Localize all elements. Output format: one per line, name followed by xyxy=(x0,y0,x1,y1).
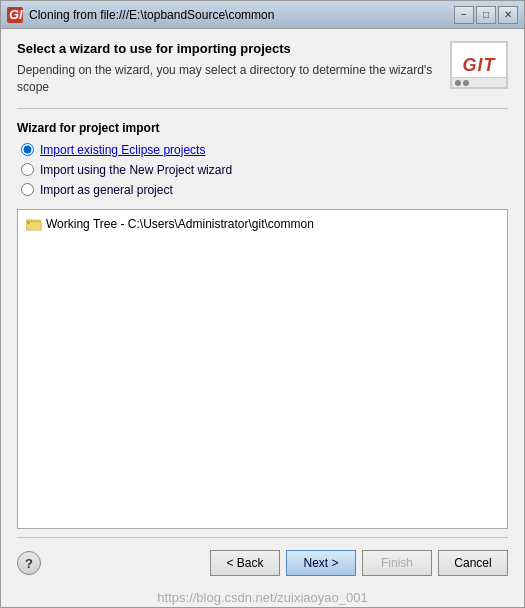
next-button[interactable]: Next > xyxy=(286,550,356,576)
minimize-button[interactable]: − xyxy=(454,6,474,24)
wizard-label: Wizard for project import xyxy=(17,121,508,135)
radio-item-2[interactable]: Import using the New Project wizard xyxy=(21,163,508,177)
footer-divider xyxy=(17,537,508,538)
window-title: Cloning from file:///E:\topbandSource\co… xyxy=(29,8,454,22)
wizard-section: Wizard for project import Import existin… xyxy=(17,121,508,197)
header-divider xyxy=(17,108,508,109)
svg-rect-3 xyxy=(26,220,32,222)
cancel-button[interactable]: Cancel xyxy=(438,550,508,576)
radio-label-3: Import as general project xyxy=(40,183,173,197)
back-button[interactable]: < Back xyxy=(210,550,280,576)
button-group: < Back Next > Finish Cancel xyxy=(210,550,508,576)
radio-input-3[interactable] xyxy=(21,183,34,196)
git-logo: GIT xyxy=(450,41,508,89)
radio-group: Import existing Eclipse projects Import … xyxy=(17,143,508,197)
watermark: https://blog.csdn.net/zuixiaoyao_001 xyxy=(1,588,524,607)
radio-item-3[interactable]: Import as general project xyxy=(21,183,508,197)
header-section: Select a wizard to use for importing pro… xyxy=(17,41,508,96)
title-bar: GIT Cloning from file:///E:\topbandSourc… xyxy=(1,1,524,29)
radio-item-1[interactable]: Import existing Eclipse projects xyxy=(21,143,508,157)
git-logo-dot-1 xyxy=(455,80,461,86)
tree-item[interactable]: Working Tree - C:\Users\Administrator\gi… xyxy=(22,214,503,234)
finish-button[interactable]: Finish xyxy=(362,550,432,576)
folder-icon xyxy=(26,217,42,231)
watermark-text: https://blog.csdn.net/zuixiaoyao_001 xyxy=(157,590,367,605)
header-text: Select a wizard to use for importing pro… xyxy=(17,41,440,96)
window-icon: GIT xyxy=(7,7,23,23)
git-logo-bar xyxy=(452,77,506,87)
footer-area: ? < Back Next > Finish Cancel xyxy=(17,546,508,580)
restore-button[interactable]: □ xyxy=(476,6,496,24)
radio-input-2[interactable] xyxy=(21,163,34,176)
content-area: Select a wizard to use for importing pro… xyxy=(1,29,524,588)
radio-label-2: Import using the New Project wizard xyxy=(40,163,232,177)
radio-input-1[interactable] xyxy=(21,143,34,156)
page-description: Depending on the wizard, you may select … xyxy=(17,62,440,96)
git-logo-dot-2 xyxy=(463,80,469,86)
svg-text:GIT: GIT xyxy=(9,7,23,22)
page-title: Select a wizard to use for importing pro… xyxy=(17,41,440,56)
close-button[interactable]: ✕ xyxy=(498,6,518,24)
help-button[interactable]: ? xyxy=(17,551,41,575)
tree-item-text: Working Tree - C:\Users\Administrator\gi… xyxy=(46,217,314,231)
git-logo-text: GIT xyxy=(463,55,496,76)
tree-container[interactable]: Working Tree - C:\Users\Administrator\gi… xyxy=(17,209,508,529)
window-controls: − □ ✕ xyxy=(454,6,518,24)
radio-label-1: Import existing Eclipse projects xyxy=(40,143,205,157)
main-window: GIT Cloning from file:///E:\topbandSourc… xyxy=(0,0,525,608)
